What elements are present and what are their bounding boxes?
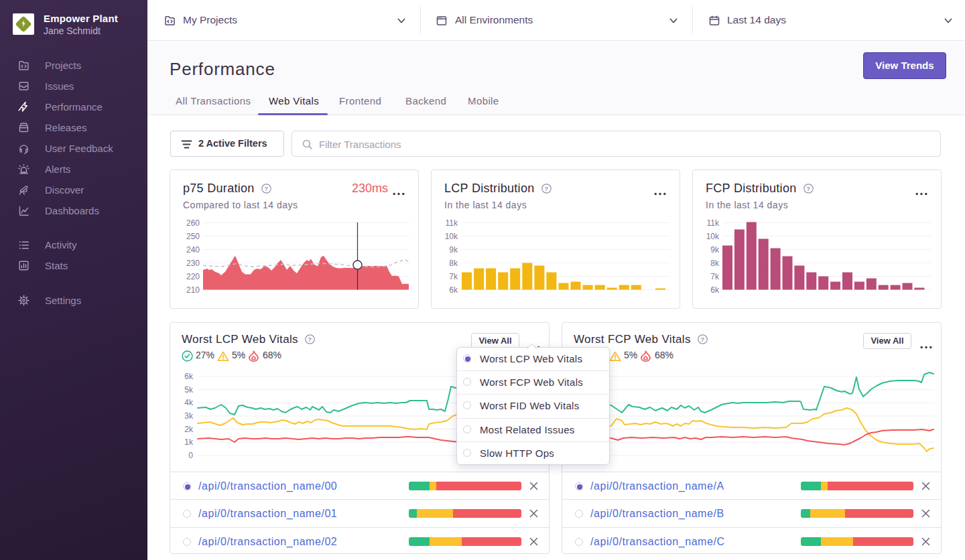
svg-text:6k: 6k	[184, 372, 194, 381]
svg-text:11k: 11k	[446, 218, 458, 228]
svg-text:10k: 10k	[445, 232, 458, 241]
svg-text:0: 0	[188, 451, 193, 460]
svg-text:8k: 8k	[449, 259, 458, 268]
svg-text:11k: 11k	[707, 218, 720, 228]
svg-text:7k: 7k	[710, 272, 720, 281]
svg-text:3k: 3k	[184, 411, 194, 421]
svg-text:6k: 6k	[449, 285, 458, 295]
svg-text:2k: 2k	[184, 425, 194, 434]
svg-text:1k: 1k	[184, 437, 194, 447]
svg-text:9k: 9k	[710, 245, 720, 255]
svg-text:250: 250	[186, 232, 200, 241]
svg-text:5k: 5k	[184, 385, 194, 395]
svg-text:210: 210	[186, 285, 200, 295]
svg-text:220: 220	[186, 272, 200, 281]
svg-text:6k: 6k	[710, 285, 720, 295]
svg-text:7k: 7k	[449, 272, 458, 281]
svg-text:9k: 9k	[449, 245, 458, 255]
svg-text:8k: 8k	[710, 259, 720, 268]
svg-text:230: 230	[186, 259, 200, 268]
svg-text:240: 240	[186, 245, 200, 255]
svg-text:260: 260	[186, 218, 200, 228]
svg-text:4k: 4k	[184, 398, 194, 407]
svg-text:10k: 10k	[706, 232, 720, 241]
